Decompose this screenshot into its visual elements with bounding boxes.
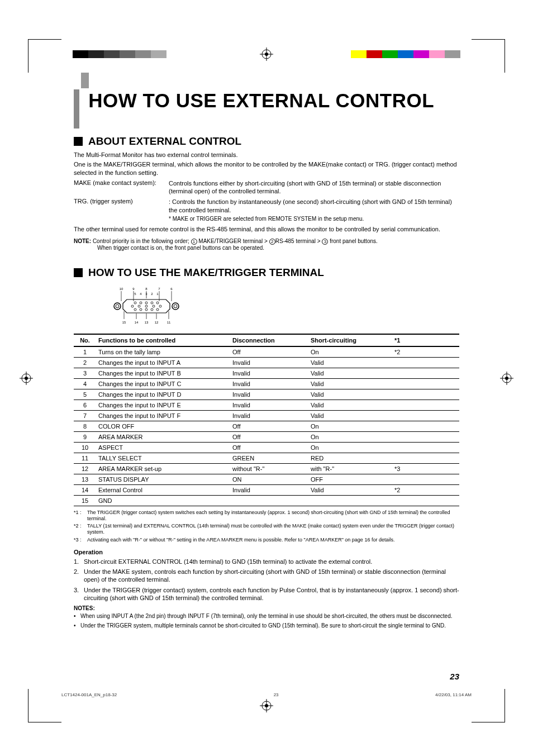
svg-point-49: [156, 302, 159, 304]
asterisk-note: * MAKE or TRIGGER are selected from REMO…: [169, 216, 459, 222]
op-number: 3.: [74, 586, 84, 602]
registration-mark-icon: [260, 699, 273, 712]
section2-heading-text: HOW TO USE THE MAKE/TRIGGER TERMINAL: [88, 267, 324, 279]
cell-disc: GREEN: [230, 453, 308, 463]
cell-no: 8: [74, 421, 96, 431]
svg-text:6: 6: [170, 287, 173, 291]
cell-disc: Off: [230, 442, 308, 453]
cell-disc: Invalid: [230, 410, 308, 421]
cell-disc: Invalid: [230, 400, 308, 410]
cell-star: [392, 400, 459, 410]
cell-short: OFF: [308, 474, 392, 484]
table-row: 8 COLOR OFF Off On: [74, 421, 459, 431]
svg-text:13: 13: [145, 321, 149, 324]
footnote-label: *3 :: [74, 537, 87, 543]
table-row: 12 AREA MARKER set-up without "R-" with …: [74, 463, 459, 474]
notes-text: When using INPUT A (the 2nd pin) through…: [80, 612, 453, 620]
svg-point-57: [145, 308, 147, 311]
cell-no: 4: [74, 378, 96, 389]
op-text: Under the MAKE system, controls each fun…: [84, 568, 459, 584]
cell-disc: Invalid: [230, 378, 308, 389]
svg-point-46: [140, 302, 142, 304]
note-block: NOTE: Control priority is in the followi…: [74, 238, 459, 251]
svg-text:15: 15: [122, 321, 126, 324]
table-row: 2 Changes the input to INPUT A Invalid V…: [74, 357, 459, 368]
cell-short: On: [308, 421, 392, 431]
cell-no: 13: [74, 474, 96, 484]
grayscale-bar: [73, 50, 166, 58]
cell-star: *2: [392, 346, 459, 358]
cell-disc: Invalid: [230, 368, 308, 378]
cell-func: GND: [96, 495, 230, 506]
svg-text:5: 5: [134, 292, 136, 296]
notes-text: Under the TRIGGER system, multiple termi…: [80, 622, 446, 629]
section-heading-howto: HOW TO USE THE MAKE/TRIGGER TERMINAL: [74, 267, 459, 279]
square-bullet-icon: [74, 268, 83, 277]
cell-short: Valid: [308, 410, 392, 421]
cell-disc: Off: [230, 421, 308, 431]
cell-star: [392, 431, 459, 442]
svg-text:14: 14: [135, 321, 139, 324]
cell-disc: ON: [230, 474, 308, 484]
svg-point-41: [114, 303, 121, 310]
cell-no: 12: [74, 463, 96, 474]
svg-point-12: [262, 701, 271, 710]
cell-short: Valid: [308, 378, 392, 389]
svg-point-55: [134, 308, 136, 311]
svg-point-50: [131, 305, 134, 307]
registration-mark-icon: [20, 372, 33, 385]
make-definition: MAKE (make contact system): Controls fun…: [74, 179, 459, 196]
trg-label: TRG. (trigger system): [74, 198, 169, 215]
svg-point-8: [502, 374, 511, 383]
cell-func: Changes the input to INPUT A: [96, 357, 230, 368]
circled-2-icon: 2: [269, 239, 275, 245]
svg-point-15: [265, 704, 268, 707]
operation-item: 1.Short-circuit EXTERNAL CONTROL (14th t…: [74, 558, 459, 565]
cell-disc: without "R-": [230, 463, 308, 474]
table-row: 10 ASPECT Off On: [74, 442, 459, 453]
cell-star: [392, 378, 459, 389]
notes-item: •When using INPUT A (the 2nd pin) throug…: [74, 612, 459, 620]
cell-func: TALLY SELECT: [96, 453, 230, 463]
registration-mark-icon: [500, 372, 513, 385]
make-text: Controls functions either by short-circu…: [169, 179, 459, 196]
table-header-row: No. Functions to be controlled Disconnec…: [74, 334, 459, 346]
footnote-item: *3 :Activating each with "R-" or without…: [74, 537, 459, 543]
color-bar: [351, 50, 460, 58]
table-row: 14 External Control Invalid Valid *2: [74, 484, 459, 495]
cell-star: *2: [392, 484, 459, 495]
cell-short: Valid: [308, 368, 392, 378]
note-label: NOTE:: [74, 238, 91, 244]
cell-no: 1: [74, 346, 96, 358]
svg-point-56: [140, 308, 142, 311]
trg-text: : Controls the function by instantaneous…: [169, 198, 459, 215]
cell-no: 7: [74, 410, 96, 421]
svg-text:10: 10: [120, 287, 123, 291]
table-row: 3 Changes the input to INPUT B Invalid V…: [74, 368, 459, 378]
page-content: HOW TO USE EXTERNAL CONTROL ABOUT EXTERN…: [74, 89, 459, 683]
cell-disc: [230, 495, 308, 506]
page-number: 23: [450, 672, 459, 681]
svg-point-0: [262, 50, 271, 59]
svg-text:4: 4: [140, 292, 142, 296]
table-row: 1 Turns on the tally lamp Off On *2: [74, 346, 459, 358]
cell-short: Valid: [308, 400, 392, 410]
footnote-text: TALLY (1st terminal) and EXTERNAL CONTRO…: [87, 523, 459, 536]
cell-no: 5: [74, 389, 96, 400]
print-footer: LCT1424-001A_EN_p18-32 23 4/22/03, 11:14…: [61, 692, 472, 697]
cell-disc: Off: [230, 431, 308, 442]
circled-3-icon: 3: [322, 239, 328, 245]
cell-short: [308, 495, 392, 506]
svg-text:1: 1: [156, 292, 159, 296]
table-row: 4 Changes the input to INPUT C Invalid V…: [74, 378, 459, 389]
about-p2: One is the MAKE/TRIGGER terminal, which …: [74, 160, 459, 177]
cell-star: [392, 421, 459, 431]
svg-point-11: [505, 377, 508, 380]
svg-point-47: [145, 302, 147, 304]
th-disc: Disconnection: [230, 334, 308, 346]
op-text: Under the TRIGGER (trigger contact) syst…: [84, 586, 459, 602]
svg-text:12: 12: [155, 321, 159, 324]
cell-short: Valid: [308, 484, 392, 495]
svg-point-59: [156, 308, 159, 311]
dsub15-connector-diagram: 109876 54321 1514131211: [113, 286, 185, 325]
